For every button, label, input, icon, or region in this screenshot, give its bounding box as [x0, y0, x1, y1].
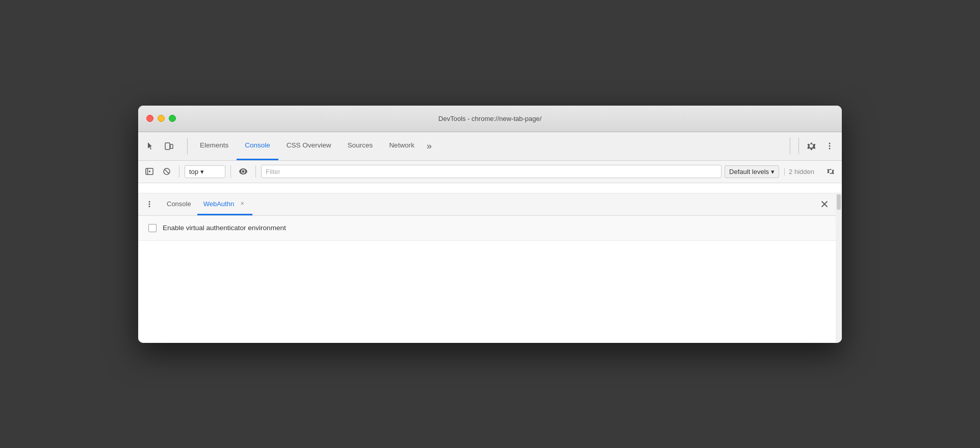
svg-line-9 [165, 169, 169, 174]
drawer: Console WebAuthn × [138, 193, 836, 343]
main-tabs: Elements Console CSS Overview Sources Ne… [192, 132, 786, 160]
svg-point-3 [829, 145, 831, 147]
close-icon [820, 200, 829, 208]
drawer-close-button[interactable] [817, 197, 832, 211]
svg-marker-7 [149, 170, 151, 172]
window-title: DevTools - chrome://new-tab-page/ [439, 115, 541, 122]
toolbar-divider-left [187, 138, 188, 154]
levels-dropdown-arrow: ▾ [771, 168, 775, 176]
toolbar-right [798, 138, 838, 154]
hidden-messages-count: 2 hidden [784, 168, 818, 176]
tab-css-overview[interactable]: CSS Overview [278, 132, 340, 160]
tab-network[interactable]: Network [381, 132, 423, 160]
drawer-tab-webauthn-close[interactable]: × [238, 200, 246, 208]
title-bar: DevTools - chrome://new-tab-page/ [138, 106, 842, 132]
gear-icon [807, 141, 816, 151]
content-inner: Console WebAuthn × [138, 193, 836, 343]
enable-virtual-authenticator-checkbox[interactable] [148, 224, 157, 232]
filter-input[interactable] [261, 165, 721, 178]
traffic-lights [146, 115, 176, 122]
context-selector[interactable]: top ▾ [185, 165, 225, 178]
clear-console-button[interactable] [160, 164, 174, 179]
webauthn-panel: Enable virtual authenticator environment [138, 216, 836, 241]
close-button[interactable] [146, 115, 153, 122]
drawer-more-tabs-button[interactable] [142, 197, 157, 211]
sidebar-icon [145, 167, 153, 176]
svg-point-2 [829, 143, 831, 144]
scrollbar-track[interactable] [836, 193, 842, 343]
svg-point-11 [149, 204, 150, 205]
console-gear-icon [827, 167, 835, 176]
ban-icon [163, 167, 171, 176]
tab-console[interactable]: Console [237, 132, 278, 160]
settings-button[interactable] [803, 138, 819, 154]
live-expressions-button[interactable] [236, 164, 250, 179]
drawer-header: Console WebAuthn × [138, 193, 836, 216]
context-dropdown-arrow: ▾ [200, 168, 204, 176]
webauthn-empty-area [138, 241, 836, 343]
svg-point-12 [149, 206, 150, 207]
show-console-sidebar-button[interactable] [142, 164, 157, 179]
enable-virtual-authenticator-label: Enable virtual authenticator environment [163, 224, 286, 232]
tab-sources[interactable]: Sources [340, 132, 381, 160]
devtools-top-toolbar: Elements Console CSS Overview Sources Ne… [138, 132, 842, 161]
console-divider-1 [179, 165, 179, 178]
console-settings-button[interactable] [823, 164, 838, 179]
devtools-window: DevTools - chrome://new-tab-page/ Ele [138, 106, 842, 343]
toolbar-divider-right [790, 138, 790, 154]
device-toolbar-button[interactable] [161, 138, 177, 154]
drawer-tab-console[interactable]: Console [161, 193, 197, 215]
eye-icon [239, 168, 248, 175]
console-log-area [138, 183, 842, 193]
log-levels-selector[interactable]: Default levels ▾ [725, 165, 779, 178]
cursor-icon [146, 141, 155, 151]
more-options-button[interactable] [821, 138, 838, 154]
maximize-button[interactable] [169, 115, 176, 122]
drawer-tab-webauthn[interactable]: WebAuthn × [197, 193, 252, 215]
more-tabs-button[interactable]: » [423, 132, 436, 160]
select-element-button[interactable] [142, 138, 159, 154]
svg-rect-0 [165, 143, 170, 150]
console-sub-toolbar: top ▾ Default levels ▾ 2 hidden [138, 161, 842, 183]
svg-point-10 [149, 201, 150, 203]
device-icon [164, 141, 173, 151]
svg-point-4 [829, 148, 831, 150]
content-wrapper: Console WebAuthn × [138, 193, 842, 343]
more-options-icon [825, 141, 834, 151]
tab-elements[interactable]: Elements [192, 132, 237, 160]
svg-rect-1 [170, 144, 173, 148]
toolbar-left-icons [142, 138, 183, 154]
scrollbar-thumb[interactable] [837, 194, 841, 210]
minimize-button[interactable] [158, 115, 165, 122]
three-dots-vertical-icon [146, 201, 153, 208]
console-divider-3 [255, 165, 256, 178]
console-divider-2 [230, 165, 231, 178]
